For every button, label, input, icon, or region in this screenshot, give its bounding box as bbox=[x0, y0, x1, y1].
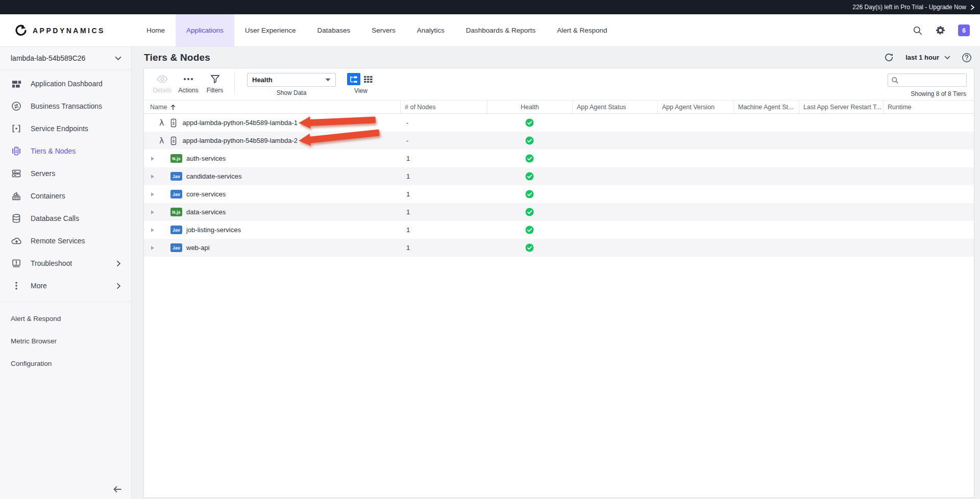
page-title-bar: Tiers & Nodes last 1 hour bbox=[132, 47, 980, 68]
show-data-label: Show Data bbox=[247, 89, 336, 96]
table-row-data-services[interactable]: N.jsdata-services1 bbox=[144, 203, 974, 221]
tiers-panel: Details Actions Filters Health bbox=[143, 68, 974, 498]
expand-caret-icon[interactable] bbox=[151, 192, 154, 196]
expand-caret-icon[interactable] bbox=[151, 210, 154, 214]
health-healthy-icon bbox=[525, 190, 534, 198]
health-healthy-icon bbox=[525, 154, 534, 163]
column-header-runtime[interactable]: Runtime bbox=[883, 101, 974, 113]
application-selector-label: lambda-lab-54b589C26 bbox=[11, 54, 85, 62]
sidebar-item-label: Remote Services bbox=[31, 237, 85, 245]
column-header-name[interactable]: Name bbox=[144, 101, 400, 113]
health-healthy-icon bbox=[525, 243, 534, 252]
sidebar-item-troubleshoot[interactable]: Troubleshoot bbox=[0, 252, 131, 275]
sidebar-item-tiers-nodes[interactable]: Tiers & Nodes bbox=[0, 140, 131, 162]
table-row-job-listing-services[interactable]: Javjob-listing-services1 bbox=[144, 221, 974, 239]
view-toggle-group: View bbox=[347, 73, 375, 94]
health-healthy-icon bbox=[525, 172, 534, 181]
filters-button[interactable]: Filters bbox=[201, 73, 229, 94]
column-header-health[interactable]: Health bbox=[487, 101, 572, 113]
nav-item-alert-respond[interactable]: Alert & Respond bbox=[546, 14, 618, 46]
refresh-icon[interactable] bbox=[884, 52, 894, 63]
expand-caret-icon[interactable] bbox=[151, 174, 154, 179]
table-row-web-api[interactable]: Javweb-api1 bbox=[144, 239, 974, 257]
show-data-select[interactable]: Health bbox=[247, 73, 336, 87]
column-header-last-app-server-restart-t[interactable]: Last App Server Restart T... bbox=[799, 101, 883, 113]
column-header-machine-agent-st[interactable]: Machine Agent St... bbox=[733, 101, 799, 113]
show-data-value: Health bbox=[252, 76, 273, 84]
table-view-button[interactable] bbox=[361, 73, 375, 85]
sidebar-item-more[interactable]: More bbox=[0, 275, 131, 297]
sort-up-icon bbox=[170, 104, 176, 110]
runtime-badge-jav: Jav bbox=[170, 190, 182, 198]
sidebar-item-servers[interactable]: Servers bbox=[0, 162, 131, 185]
nav-item-dashboards-reports[interactable]: Dashboards & Reports bbox=[455, 14, 547, 46]
title-actions: last 1 hour bbox=[884, 52, 980, 63]
help-icon[interactable] bbox=[962, 53, 972, 63]
sidebar-item-label: Database Calls bbox=[31, 214, 79, 222]
details-label: Details bbox=[148, 87, 177, 94]
column-header-app-agent-version[interactable]: App Agent Version bbox=[657, 101, 733, 113]
sidebar-item-remote-services[interactable]: Remote Services bbox=[0, 230, 131, 252]
application-selector[interactable]: lambda-lab-54b589C26 bbox=[0, 47, 131, 70]
column-header-of-nodes[interactable]: # of Nodes bbox=[400, 101, 487, 113]
table-toolbar: Details Actions Filters Health bbox=[144, 68, 974, 100]
filter-funnel-icon bbox=[201, 73, 229, 85]
table-row-appd-lambda-python-54b589-lambda-1[interactable]: λappd-lambda-python-54b589-lambda-1- bbox=[144, 114, 974, 132]
chevron-down-icon bbox=[944, 56, 950, 60]
tier-search-input[interactable] bbox=[901, 77, 963, 84]
dashboard-icon bbox=[11, 79, 22, 89]
sidebar-item-database-calls[interactable]: Database Calls bbox=[0, 207, 131, 230]
chevron-down-icon bbox=[115, 56, 121, 61]
table-row-auth-services[interactable]: N.jsauth-services1 bbox=[144, 149, 974, 167]
sidebar-item-application-dashboard[interactable]: Application Dashboard bbox=[0, 72, 131, 95]
sidebar-item-configuration[interactable]: Configuration bbox=[0, 352, 131, 375]
nav-item-servers[interactable]: Servers bbox=[361, 14, 406, 46]
sidebar-item-label: Containers bbox=[31, 192, 65, 200]
annotation-arrow-head bbox=[298, 133, 311, 146]
runtime-badge-n-js: N.js bbox=[170, 208, 182, 216]
nav-item-applications[interactable]: Applications bbox=[176, 14, 234, 46]
nav-item-databases[interactable]: Databases bbox=[307, 14, 361, 46]
sidebar-item-service-endpoints[interactable]: Service Endpoints bbox=[0, 117, 131, 140]
sidebar-item-containers[interactable]: Containers bbox=[0, 185, 131, 207]
table-row-appd-lambda-python-54b589-lambda-2[interactable]: λappd-lambda-python-54b589-lambda-2- bbox=[144, 132, 974, 149]
node-icon bbox=[170, 118, 177, 128]
sidebar-item-metric-browser[interactable]: Metric Browser bbox=[0, 330, 131, 352]
search-icon[interactable] bbox=[913, 26, 923, 36]
details-button[interactable]: Details bbox=[148, 73, 177, 94]
actions-button[interactable]: Actions bbox=[174, 73, 203, 94]
gear-icon[interactable] bbox=[936, 26, 945, 35]
health-healthy-icon bbox=[525, 226, 534, 234]
ellipsis-icon bbox=[174, 73, 203, 85]
health-cell bbox=[487, 208, 572, 216]
runtime-badge-jav: Jav bbox=[170, 243, 182, 252]
collapse-sidebar-button[interactable] bbox=[113, 486, 122, 493]
annotation-arrow-head bbox=[298, 116, 310, 129]
sidebar-item-label: More bbox=[31, 282, 47, 290]
trial-banner[interactable]: 226 Day(s) left in Pro Trial - Upgrade N… bbox=[0, 0, 980, 14]
arrow-left-icon bbox=[113, 486, 122, 493]
chevron-right-icon bbox=[970, 5, 975, 10]
table-row-candidate-services[interactable]: Javcandidate-services1 bbox=[144, 167, 974, 185]
time-range-selector[interactable]: last 1 hour bbox=[905, 54, 950, 61]
sidebar-item-business-transactions[interactable]: Business Transactions bbox=[0, 95, 131, 117]
nodes-count-cell: 1 bbox=[400, 172, 487, 180]
endpoints-icon bbox=[11, 123, 22, 134]
nav-item-analytics[interactable]: Analytics bbox=[406, 14, 455, 46]
tier-name: web-api bbox=[186, 244, 210, 252]
name-cell: λappd-lambda-python-54b589-lambda-2 bbox=[144, 132, 400, 149]
table-view-icon bbox=[364, 76, 373, 83]
tiers-icon bbox=[11, 146, 22, 156]
notification-badge[interactable]: 6 bbox=[958, 24, 970, 36]
column-header-app-agent-status[interactable]: App Agent Status bbox=[572, 101, 657, 113]
tree-view-button[interactable] bbox=[347, 73, 360, 85]
table-row-core-services[interactable]: Javcore-services1 bbox=[144, 185, 974, 203]
expand-caret-icon[interactable] bbox=[151, 246, 154, 250]
nav-item-user-experience[interactable]: User Experience bbox=[234, 14, 307, 46]
expand-caret-icon[interactable] bbox=[151, 157, 154, 161]
expand-caret-icon[interactable] bbox=[151, 228, 154, 232]
nav-item-home[interactable]: Home bbox=[136, 14, 176, 46]
sidebar-item-alert-respond[interactable]: Alert & Respond bbox=[0, 307, 131, 330]
node-icon bbox=[170, 136, 177, 145]
appdynamics-logo[interactable]: APPDYNAMICS bbox=[0, 14, 132, 46]
